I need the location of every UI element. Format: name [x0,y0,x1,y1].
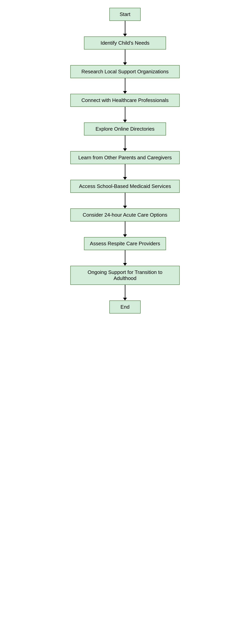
node-identify-needs: Identify Child's Needs [84,36,166,50]
node-assess-respite-label: Assess Respite Care Providers [90,240,160,247]
connector-arrow [123,263,127,266]
node-connect-healthcare-label: Connect with Healthcare Professionals [81,97,169,103]
connector-arrow [123,206,127,208]
node-consider-acute: Consider 24-hour Acute Care Options [70,208,180,222]
node-access-medicaid-label: Access School-Based Medicaid Services [79,183,171,189]
node-identify-needs-label: Identify Child's Needs [101,40,150,46]
connector-5 [123,164,127,180]
connector-line [125,250,126,263]
connector-0 [123,21,127,36]
flowchart: Start Identify Child's Needs Research Lo… [63,8,187,314]
connector-arrow [123,120,127,122]
connector-line [125,50,126,62]
connector-arrow [123,234,127,237]
node-research-orgs-label: Research Local Support Organizations [81,69,169,75]
node-explore-directories-label: Explore Online Directories [95,126,155,132]
node-learn-parents-label: Learn from Other Parents and Caregivers [78,154,172,161]
connector-line [125,107,126,120]
connector-3 [123,107,127,122]
connector-7 [123,222,127,237]
connector-line [125,285,126,298]
node-connect-healthcare: Connect with Healthcare Professionals [70,94,180,107]
node-start-label: Start [120,11,131,17]
node-start: Start [109,8,141,21]
connector-1 [123,50,127,65]
connector-arrow [123,177,127,180]
node-ongoing-support: Ongoing Support for Transition to Adulth… [70,266,180,285]
node-end: End [109,300,141,314]
node-explore-directories: Explore Online Directories [84,122,166,136]
connector-line [125,136,126,148]
connector-line [125,222,126,234]
node-consider-acute-label: Consider 24-hour Acute Care Options [83,212,167,218]
node-ongoing-support-label: Ongoing Support for Transition to Adulth… [76,269,174,281]
connector-8 [123,250,127,266]
node-access-medicaid: Access School-Based Medicaid Services [70,180,180,193]
connector-4 [123,136,127,151]
connector-2 [123,78,127,94]
connector-9 [123,285,127,300]
connector-arrow [123,148,127,151]
connector-line [125,193,126,206]
node-assess-respite: Assess Respite Care Providers [84,237,166,250]
connector-line [125,164,126,177]
connector-arrow [123,91,127,94]
node-learn-parents: Learn from Other Parents and Caregivers [70,151,180,164]
connector-line [125,78,126,91]
node-research-orgs: Research Local Support Organizations [70,65,180,78]
node-end-label: End [120,304,130,310]
connector-arrow [123,298,127,300]
connector-arrow [123,34,127,36]
connector-arrow [123,62,127,65]
connector-line [125,21,126,34]
connector-6 [123,193,127,208]
